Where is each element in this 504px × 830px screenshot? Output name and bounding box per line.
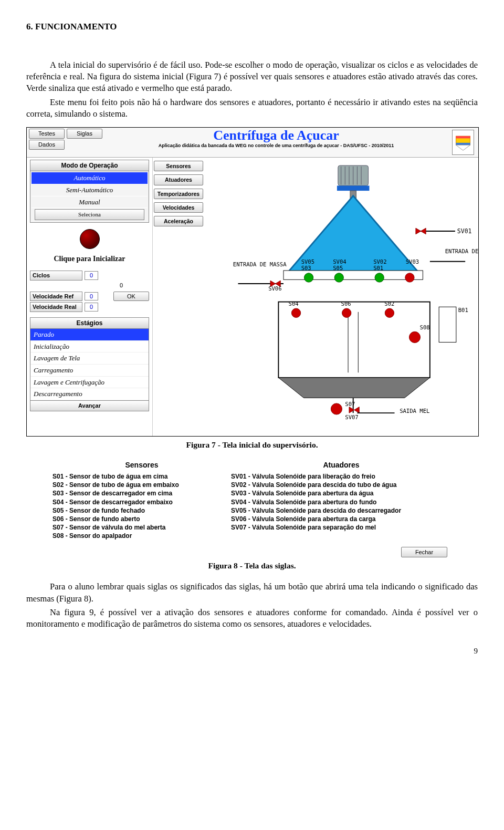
- ciclos-value: 0: [85, 271, 98, 280]
- app-title: Centrífuga de Açucar: [104, 129, 448, 142]
- svg-text:S07: S07: [345, 401, 355, 407]
- svg-text:S03: S03: [301, 265, 311, 271]
- testes-button[interactable]: Testes: [29, 129, 65, 139]
- inicializar-label[interactable]: Clique para Inicializar: [30, 252, 149, 269]
- stage-descarregamento[interactable]: Descarregamento: [30, 388, 149, 400]
- svg-text:SV02: SV02: [373, 259, 386, 265]
- paragraph-1: A tela inicial do supervisório é de fáci…: [26, 59, 478, 95]
- diag-sv01-label: SV01: [457, 227, 472, 235]
- paragraph-3: Para o aluno lembrar quais siglas os sig…: [26, 581, 478, 605]
- svg-text:S05: S05: [333, 265, 343, 271]
- sigla-sv07: SV07 - Válvula Solenóide para separação …: [231, 523, 452, 532]
- svg-point-16: [304, 273, 313, 282]
- sigla-s01: S01 - Sensor de tubo de água em cima: [52, 472, 231, 481]
- sigla-s04: S04 - Sensor de descarregador embaixo: [52, 498, 231, 506]
- sigla-sv06: SV06 - Válvula Solenóide para abertura d…: [231, 515, 452, 523]
- svg-text:S06: S06: [341, 301, 351, 307]
- supervisory-window: Testes Dados Siglas Centrífuga de Açucar…: [26, 127, 479, 437]
- top-toolbar: Testes Dados Siglas Centrífuga de Açucar…: [27, 128, 478, 158]
- estagios-panel: Estágios Parado Inicialização Lavagem de…: [30, 317, 149, 411]
- left-panel: Modo de Operação Automático Semi-Automát…: [27, 158, 153, 436]
- menu-column: Sensores Atuadores Temporizadores Veloci…: [153, 158, 218, 436]
- figure-7: Testes Dados Siglas Centrífuga de Açucar…: [26, 127, 478, 437]
- svg-text:SV04: SV04: [333, 259, 346, 265]
- sigla-sv03: SV03 - Válvula Solenóide para abertura d…: [231, 489, 452, 497]
- sigla-s08: S08 - Sensor do apalpador: [52, 532, 231, 540]
- sigla-s06: S06 - Sensor de fundo aberto: [52, 515, 231, 523]
- sigla-sv05: SV05 - Válvula Solenóide para descida do…: [231, 506, 452, 515]
- paragraph-4: Na figura 9, é possível ver a ativação d…: [26, 607, 478, 630]
- svg-text:SV07: SV07: [345, 414, 358, 420]
- siglas-atuadores-header: Atuadores: [231, 460, 452, 470]
- svg-text:S08: S08: [420, 324, 430, 330]
- svg-rect-41: [439, 307, 456, 342]
- svg-point-28: [291, 308, 300, 317]
- seleciona-button[interactable]: Seleciona: [35, 209, 144, 220]
- aceleracao-button[interactable]: Aceleração: [154, 216, 203, 226]
- figure-8: Sensores Atuadores S01 - Sensor de tubo …: [26, 460, 478, 557]
- svg-rect-25: [278, 302, 429, 378]
- svg-text:S01: S01: [373, 265, 383, 271]
- svg-point-22: [375, 273, 384, 282]
- svg-rect-2: [456, 143, 470, 145]
- ok-button[interactable]: OK: [113, 292, 149, 302]
- stage-lavagem-tela[interactable]: Lavagem de Tela: [30, 352, 149, 365]
- stage-carregamento[interactable]: Carregamento: [30, 365, 149, 377]
- svg-text:SV05: SV05: [301, 259, 314, 265]
- svg-text:SV06: SV06: [268, 286, 281, 292]
- extra-value: 0: [120, 282, 123, 289]
- page-number: 9: [26, 646, 478, 656]
- vel-real-value: 0: [85, 303, 98, 312]
- vel-real-label: Velocidade Real: [30, 302, 82, 312]
- svg-rect-1: [456, 136, 470, 138]
- sigla-sv04: SV04 - Válvula Solenóide para abertura d…: [231, 498, 452, 506]
- section-heading: 6. FUNCIONAMENTO: [26, 21, 478, 33]
- sigla-s05: S05 - Sensor de fundo fechado: [52, 506, 231, 515]
- modo-automatico[interactable]: Automático: [32, 172, 148, 184]
- svg-text:ENTRADA
DE MASSA: ENTRADA DE MASSA: [233, 262, 287, 268]
- crest-icon: [452, 130, 474, 155]
- svg-point-29: [342, 308, 351, 317]
- sensores-button[interactable]: Sensores: [154, 161, 203, 171]
- velocidades-button[interactable]: Velocidades: [154, 202, 203, 213]
- estagios-header: Estágios: [30, 318, 149, 329]
- svg-text:SAIDA MEL: SAIDA MEL: [400, 408, 429, 414]
- modo-semi-automatico[interactable]: Semi-Automático: [32, 184, 148, 196]
- paragraph-2: Este menu foi feito pois não há o hardwa…: [26, 97, 478, 120]
- svg-point-30: [385, 308, 394, 317]
- svg-text:B01: B01: [458, 307, 468, 313]
- temporizadores-button[interactable]: Temporizadores: [154, 189, 203, 199]
- sigla-sv01: SV01 - Válvula Solenóide para liberação …: [231, 472, 452, 481]
- svg-rect-10: [337, 186, 370, 191]
- ciclos-label: Ciclos: [30, 271, 82, 281]
- svg-text:S02: S02: [384, 301, 394, 307]
- fechar-button[interactable]: Fechar: [401, 547, 447, 558]
- modo-header: Modo de Operação: [30, 160, 149, 171]
- svg-point-19: [334, 273, 343, 282]
- siglas-sensores-header: Sensores: [52, 460, 231, 470]
- status-led-icon: [80, 229, 100, 249]
- sigla-sv02: SV02 - Válvula Solenóide para descida do…: [231, 481, 452, 489]
- svg-point-24: [405, 273, 414, 282]
- siglas-window: Sensores Atuadores S01 - Sensor de tubo …: [52, 460, 452, 557]
- sigla-s07: S07 - Sensor de válvula do mel aberta: [52, 523, 231, 532]
- modo-manual[interactable]: Manual: [32, 196, 148, 209]
- svg-text:S04: S04: [289, 301, 299, 307]
- svg-point-44: [331, 403, 342, 414]
- sigla-s02: S02 - Sensor de tubo de água em embaixo: [52, 481, 231, 489]
- svg-text:SV03: SV03: [406, 259, 419, 265]
- centrifuge-diagram: SV01 SV05 S03 SV04 S05 SV02 S01 SV03: [218, 158, 478, 436]
- avancar-button[interactable]: Avançar: [30, 400, 149, 411]
- atuadores-button[interactable]: Atuadores: [154, 174, 203, 185]
- stage-parado[interactable]: Parado: [30, 329, 149, 341]
- stage-inicializacao[interactable]: Inicialização: [30, 341, 149, 353]
- siglas-button[interactable]: Siglas: [67, 129, 102, 139]
- sigla-s03: S03 - Sensor de descarregador em cima: [52, 489, 231, 497]
- stage-lavagem-centrifugacao[interactable]: Lavagem e Centrifugação: [30, 377, 149, 389]
- svg-text:ENTRADA
DE AGUA: ENTRADA DE AGUA: [445, 248, 480, 255]
- dados-button[interactable]: Dados: [29, 140, 65, 150]
- app-subtitle: Aplicação didática da bancada da WEG no …: [104, 142, 448, 149]
- vel-ref-value: 0: [85, 292, 98, 301]
- figure-8-caption: Figura 8 - Tela das siglas.: [26, 561, 478, 572]
- vel-ref-label: Velocidade Ref: [30, 292, 82, 302]
